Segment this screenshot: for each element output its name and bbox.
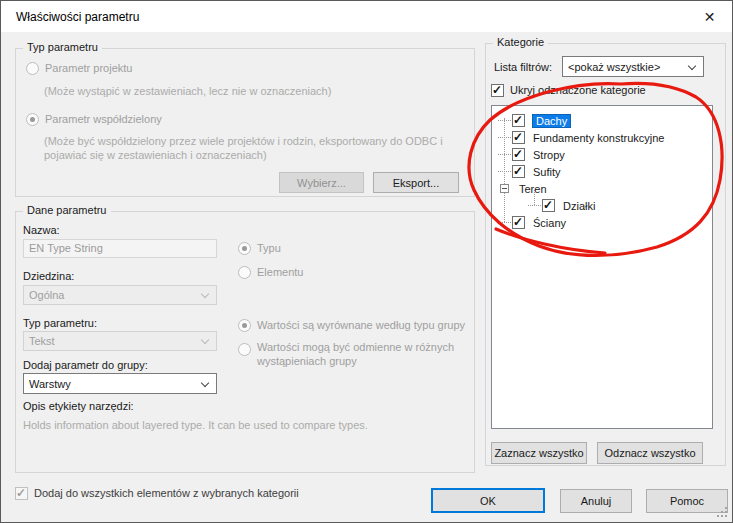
tree-item-label: Dachy <box>533 115 570 127</box>
discipline-select[interactable]: Ogólna <box>23 285 217 305</box>
project-parameter-radio[interactable]: Parametr projektu <box>26 62 132 75</box>
instance-radio[interactable]: Elementu <box>238 266 303 279</box>
expander-minus-icon[interactable] <box>500 184 509 193</box>
tree-connector <box>498 137 511 138</box>
add-to-all-elements-label: Dodaj do wszystkich elementów z wybranyc… <box>34 487 299 499</box>
tree-item-label: Fundamenty konstrukcyjne <box>533 132 664 144</box>
category-checkbox-icon[interactable] <box>512 165 525 178</box>
tree-item-label: Ściany <box>533 217 566 229</box>
add-to-group-value: Warstwy <box>29 378 71 390</box>
tree-item[interactable]: Ściany <box>492 214 712 231</box>
filter-list-value: <pokaż wszystkie> <box>568 61 660 73</box>
chevron-down-icon <box>688 62 696 70</box>
project-parameter-label: Parametr projektu <box>45 62 132 74</box>
type-group: Typ parametru Parametr projektu (Może wy… <box>15 48 475 197</box>
radio-icon[interactable] <box>238 319 251 332</box>
resize-grip[interactable] <box>725 515 727 517</box>
tree-item-label: Teren <box>519 183 547 195</box>
tree-connector <box>498 154 511 155</box>
shared-parameter-radio[interactable]: Parametr współdzielony <box>26 113 162 126</box>
radio-icon[interactable] <box>26 62 39 75</box>
name-label: Nazwa: <box>23 224 60 236</box>
tooltip-label: Opis etykiety narzędzi: <box>23 400 134 412</box>
type-radio[interactable]: Typu <box>238 242 281 255</box>
data-group-label: Dane parametru <box>23 204 111 216</box>
dialog-title: Właściwości parametru <box>16 10 139 24</box>
filter-list-select[interactable]: <pokaż wszystkie> <box>562 56 704 77</box>
category-checkbox-icon[interactable] <box>512 216 525 229</box>
param-type-value: Tekst <box>29 335 55 347</box>
uncheck-all-button[interactable]: Odznacz wszystko <box>597 442 703 464</box>
discipline-value: Ogólna <box>29 289 64 301</box>
radio-icon[interactable] <box>238 343 251 356</box>
hide-unchecked-checkbox[interactable]: Ukryj odznaczone kategorie <box>491 84 646 97</box>
tree-item-label: Sufity <box>533 166 561 178</box>
name-input[interactable]: EN Type String <box>23 239 217 258</box>
param-type-label: Typ parametru: <box>23 317 97 329</box>
category-tree[interactable]: DachyFundamenty konstrukcyjneStropySufit… <box>491 105 713 429</box>
check-all-button[interactable]: Zaznacz wszystko <box>491 442 587 464</box>
shared-parameter-note: (Może być współdzielony przez wiele proj… <box>44 134 444 162</box>
category-checkbox-icon[interactable] <box>542 199 555 212</box>
tree-item[interactable]: Działki <box>492 197 712 214</box>
export-button[interactable]: Eksport... <box>373 172 459 193</box>
add-to-group-select[interactable]: Warstwy <box>23 373 217 394</box>
parameter-properties-dialog: Właściwości parametru ✕ Typ parametru Pa… <box>0 0 733 523</box>
category-checkbox-icon[interactable] <box>512 148 525 161</box>
values-aligned-label: Wartości są wyrównane według typu grupy <box>257 319 472 332</box>
shared-parameter-label: Parametr współdzielony <box>45 113 162 125</box>
values-vary-radio[interactable]: Wartości mogą być odmienne w różnych wys… <box>238 340 465 368</box>
checkbox-icon[interactable] <box>491 84 504 97</box>
help-button[interactable]: Pomoc <box>646 489 728 513</box>
tree-connector <box>498 222 511 223</box>
filter-list-label: Lista filtrów: <box>494 61 552 73</box>
checkbox-icon[interactable] <box>15 487 28 500</box>
tree-item[interactable]: Dachy <box>492 112 712 129</box>
tree-item[interactable]: Sufity <box>492 163 712 180</box>
type-radio-label: Typu <box>257 242 281 254</box>
project-parameter-note: (Może wystąpić w zestawieniach, lecz nie… <box>44 84 464 98</box>
tree-item[interactable]: Teren <box>492 180 712 197</box>
tree-item[interactable]: Fundamenty konstrukcyjne <box>492 129 712 146</box>
ok-button[interactable]: OK <box>431 488 545 513</box>
tooltip-text: Holds information about layered type. It… <box>23 418 463 432</box>
titlebar[interactable]: Właściwości parametru ✕ <box>1 1 732 32</box>
categories-group: Kategorie Lista filtrów: <pokaż wszystki… <box>485 43 726 466</box>
tree-connector <box>498 171 511 172</box>
category-checkbox-icon[interactable] <box>512 131 525 144</box>
categories-group-label: Kategorie <box>493 36 548 48</box>
data-group: Dane parametru Nazwa: EN Type String Typ… <box>15 211 475 473</box>
discipline-label: Dziedzina: <box>23 270 74 282</box>
hide-unchecked-label: Ukryj odznaczone kategorie <box>510 84 646 96</box>
radio-icon[interactable] <box>238 242 251 255</box>
values-vary-label: Wartości mogą być odmienne w różnych wys… <box>257 340 465 368</box>
tree-connector <box>528 205 541 206</box>
close-icon[interactable]: ✕ <box>687 1 732 32</box>
tree-item[interactable]: Stropy <box>492 146 712 163</box>
values-aligned-radio[interactable]: Wartości są wyrównane według typu grupy <box>238 319 472 332</box>
chevron-down-icon <box>201 290 209 298</box>
tree-item-label: Stropy <box>533 149 565 161</box>
add-to-group-label: Dodaj parametr do grupy: <box>23 359 148 371</box>
tree-connector <box>498 120 511 121</box>
select-button[interactable]: Wybierz... <box>279 172 364 193</box>
category-checkbox-icon[interactable] <box>512 114 525 127</box>
tree-item-label: Działki <box>563 200 595 212</box>
radio-icon[interactable] <box>238 266 251 279</box>
chevron-down-icon <box>201 379 209 387</box>
cancel-button[interactable]: Anuluj <box>560 489 632 513</box>
instance-radio-label: Elementu <box>257 266 303 278</box>
add-to-all-elements-checkbox[interactable]: Dodaj do wszystkich elementów z wybranyc… <box>15 487 299 500</box>
chevron-down-icon <box>201 336 209 344</box>
param-type-select[interactable]: Tekst <box>23 331 217 351</box>
radio-icon[interactable] <box>26 113 39 126</box>
type-group-label: Typ parametru <box>23 41 102 53</box>
